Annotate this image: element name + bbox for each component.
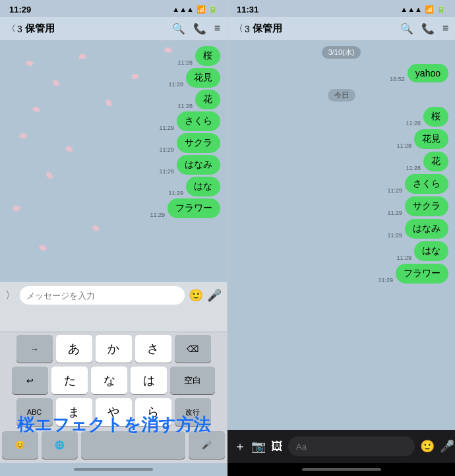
left-chat-area: 11:28 桜 11:28 花見 11:28 花 11:29 さくら 11:29…: [0, 41, 227, 282]
image-icon[interactable]: 🖼: [271, 440, 283, 454]
table-row: 11:28 花見: [234, 129, 448, 149]
msg-bubble: 花見: [186, 68, 220, 88]
phone-icon[interactable]: 📞: [421, 22, 435, 35]
msg-time: 11:29: [378, 277, 393, 283]
msg-bubble: フラワー: [167, 198, 220, 218]
search-icon[interactable]: 🔍: [400, 22, 413, 35]
right-nav-title: 保管用: [253, 22, 282, 35]
left-nav-bar: 〈 3 保管用 🔍 📞 ≡: [0, 17, 227, 41]
table-row: 11:29 はな: [234, 241, 448, 261]
delete-key[interactable]: ⌫: [175, 335, 211, 363]
left-nav-title: 保管用: [25, 22, 55, 35]
undo-key[interactable]: ↩: [12, 367, 48, 394]
yahoo-bubble: yahoo: [408, 64, 448, 82]
key-ta[interactable]: た: [51, 367, 88, 394]
signal-icon: ▲▲▲: [400, 5, 422, 13]
table-row: 11:29 はな: [168, 177, 220, 196]
message-input[interactable]: [20, 286, 185, 305]
mic-icon[interactable]: 🎤: [207, 288, 222, 303]
right-emoji-icon[interactable]: 🙂: [420, 439, 435, 454]
battery-icon: 🔋: [208, 5, 218, 14]
right-back-count: 3: [245, 24, 250, 34]
table-row: 11:29 さくら: [159, 111, 220, 131]
table-row: 11:29 サクラ: [234, 196, 448, 216]
table-row: 11:29 はなみ: [234, 219, 448, 239]
right-chat-area: 3/10(水) 16:52 yahoo 今日 11:28 桜 11:28 花見 …: [228, 41, 455, 430]
left-status-icons: ▲▲▲ 📶 🔋: [172, 5, 218, 14]
left-back-count: 3: [17, 24, 22, 34]
enter-key[interactable]: 改行: [175, 398, 211, 426]
msg-bubble: 桜: [423, 107, 448, 127]
today-badge: 今日: [328, 89, 355, 102]
expand-icon[interactable]: 〉: [5, 289, 16, 303]
key-a[interactable]: あ: [56, 335, 92, 363]
camera-icon[interactable]: 📷: [251, 439, 266, 454]
msg-bubble: はなみ: [177, 155, 220, 175]
right-back-button[interactable]: 〈 3: [234, 23, 250, 35]
left-back-button[interactable]: 〈 3: [7, 23, 22, 35]
wifi-icon: 📶: [197, 5, 206, 14]
japanese-keyboard: → あ か さ ⌫ ↩ た な は 空白 ABC ま や ら 改行: [0, 309, 227, 463]
chevron-left-icon: 〈: [234, 23, 243, 35]
phone-icon[interactable]: 📞: [193, 22, 206, 35]
keyboard-row-1: → あ か さ ⌫: [2, 335, 225, 363]
emoji-keyboard-key[interactable]: 😊: [2, 431, 38, 459]
key-ma[interactable]: ま: [56, 398, 92, 426]
battery-icon: 🔋: [437, 5, 446, 14]
left-home-indicator: [0, 463, 227, 476]
mic-bottom-key[interactable]: 🎤: [189, 431, 225, 459]
msg-time: 11:28: [177, 103, 193, 109]
table-row: 11:28 桜: [234, 107, 448, 127]
right-nav-bar: 〈 3 保管用 🔍 📞 ≡: [228, 17, 455, 41]
right-phone-panel: 11:31 ▲▲▲ 📶 🔋 〈 3 保管用 🔍 📞 ≡ 3/10(水) 16:5…: [228, 0, 455, 476]
left-input-area: 〉 🙂 🎤: [0, 282, 227, 309]
menu-icon[interactable]: ≡: [214, 22, 220, 35]
table-row: 11:29 はなみ: [159, 155, 220, 175]
key-ha[interactable]: は: [131, 367, 167, 394]
msg-bubble: 花: [195, 90, 220, 109]
key-na[interactable]: な: [91, 367, 127, 394]
msg-bubble: はな: [414, 241, 448, 261]
right-message-input[interactable]: [288, 436, 415, 456]
globe-key[interactable]: 🌐: [42, 431, 78, 459]
right-nav-actions: 🔍 📞 ≡: [400, 22, 448, 35]
abc-key[interactable]: ABC: [16, 398, 53, 426]
right-input-bar: ＋ 📷 🖼 🙂 🎤: [228, 430, 455, 463]
msg-time: 11:28: [168, 81, 183, 88]
msg-bubble: さくら: [405, 174, 448, 194]
msg-bubble: 桜: [195, 46, 220, 66]
left-messages: 11:28 桜 11:28 花見 11:28 花 11:29 さくら 11:29…: [0, 41, 227, 223]
date-badge: 3/10(水): [322, 46, 361, 59]
key-ra[interactable]: ら: [135, 398, 171, 426]
table-row: 11:29 さくら: [234, 174, 448, 194]
left-status-time: 11:29: [9, 5, 31, 15]
key-ya[interactable]: や: [96, 398, 132, 426]
msg-time: 11:29: [159, 168, 174, 175]
petal-12: [92, 224, 100, 233]
table-row: 11:28 花: [234, 152, 448, 171]
yahoo-time: 16:52: [390, 76, 405, 82]
msg-time: 11:29: [159, 146, 174, 153]
msg-bubble: 花: [423, 152, 448, 171]
msg-bubble: サクラ: [405, 196, 448, 216]
key-ka[interactable]: か: [96, 335, 132, 363]
keyboard-row-3: ABC ま や ら 改行: [2, 398, 225, 426]
arrow-key[interactable]: →: [16, 335, 53, 363]
left-phone-panel: 11:29 ▲▲▲ 📶 🔋 〈 3 保管用 🔍 📞 ≡: [0, 0, 227, 476]
emoji-icon[interactable]: 🙂: [189, 288, 203, 303]
home-bar: [302, 468, 381, 471]
menu-icon[interactable]: ≡: [442, 22, 448, 35]
space-bottom-key[interactable]: [81, 431, 185, 459]
right-mic-icon[interactable]: 🎤: [440, 439, 454, 454]
key-sa[interactable]: さ: [135, 335, 171, 363]
signal-icon: ▲▲▲: [172, 5, 194, 13]
table-row: 11:28 花: [177, 90, 220, 109]
msg-time: 11:29: [387, 232, 402, 239]
keyboard-bottom: 😊 🌐 🎤: [0, 429, 227, 463]
space-key[interactable]: 空白: [170, 367, 215, 394]
table-row: 11:29 サクラ: [159, 133, 220, 153]
left-nav-actions: 🔍 📞 ≡: [172, 22, 220, 35]
search-icon[interactable]: 🔍: [172, 22, 185, 35]
plus-icon[interactable]: ＋: [234, 438, 246, 454]
keyboard-rows: → あ か さ ⌫ ↩ た な は 空白 ABC ま や ら 改行: [0, 332, 227, 429]
